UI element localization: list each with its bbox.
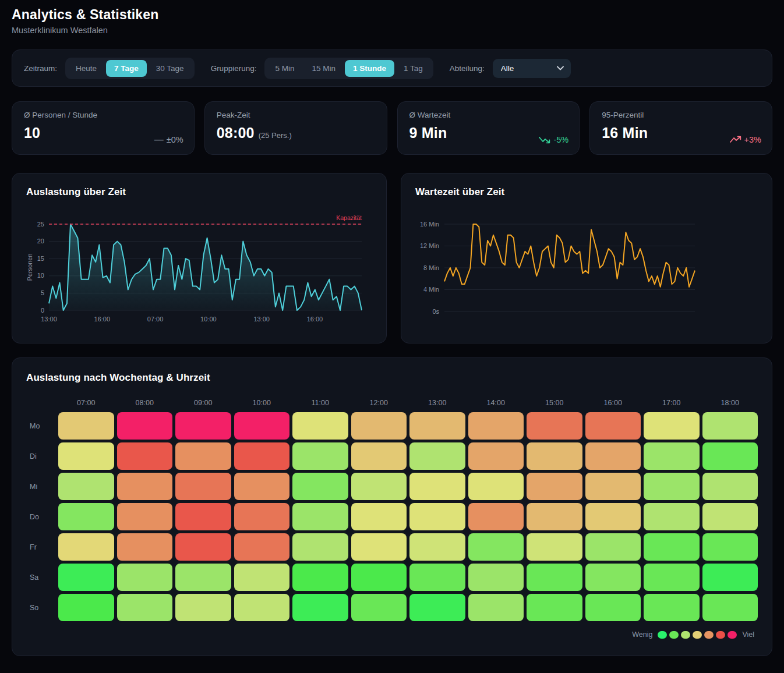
heatmap-cell[interactable] bbox=[234, 594, 290, 621]
heatmap-cell[interactable] bbox=[351, 533, 407, 561]
heatmap-cell[interactable] bbox=[409, 473, 465, 500]
heatmap-cell[interactable] bbox=[351, 412, 407, 440]
heatmap-cell[interactable] bbox=[468, 442, 524, 470]
heatmap-cell[interactable] bbox=[351, 564, 407, 591]
heatmap-cell[interactable] bbox=[175, 533, 231, 561]
gruppierung-option-5-min[interactable]: 5 Min bbox=[267, 60, 302, 77]
heatmap-cell[interactable] bbox=[117, 412, 173, 440]
heatmap-cell[interactable] bbox=[585, 564, 641, 591]
heatmap-cell[interactable] bbox=[585, 442, 641, 470]
heatmap-cell[interactable] bbox=[409, 594, 465, 621]
heatmap-cell[interactable] bbox=[117, 473, 173, 500]
heatmap-cell[interactable] bbox=[292, 412, 348, 440]
heatmap-cell[interactable] bbox=[292, 503, 348, 530]
heatmap-cell[interactable] bbox=[468, 473, 524, 500]
heatmap-cell[interactable] bbox=[58, 442, 114, 470]
heatmap-cell[interactable] bbox=[175, 442, 231, 470]
heatmap-cell[interactable] bbox=[234, 503, 290, 530]
heatmap-cell[interactable] bbox=[702, 533, 758, 561]
heatmap-cell[interactable] bbox=[585, 412, 641, 440]
heatmap-cell[interactable] bbox=[292, 564, 348, 591]
heatmap-cell[interactable] bbox=[527, 564, 582, 591]
heatmap-cell[interactable] bbox=[468, 594, 524, 621]
heatmap-cell[interactable] bbox=[468, 503, 524, 530]
zeitraum-option-7-tage[interactable]: 7 Tage bbox=[106, 60, 147, 77]
heatmap-cell[interactable] bbox=[292, 473, 348, 500]
zeitraum-option-30-tage[interactable]: 30 Tage bbox=[148, 60, 192, 77]
heatmap-cell[interactable] bbox=[644, 533, 700, 561]
gruppierung-option-1-stunde[interactable]: 1 Stunde bbox=[345, 60, 394, 77]
heatmap-cell[interactable] bbox=[117, 564, 173, 591]
heatmap-cell[interactable] bbox=[702, 442, 758, 470]
heatmap-cell[interactable] bbox=[644, 412, 700, 440]
heatmap-cell[interactable] bbox=[702, 564, 758, 591]
heatmap-cell[interactable] bbox=[117, 442, 173, 470]
heatmap-cell[interactable] bbox=[58, 473, 114, 500]
heatmap-cell[interactable] bbox=[468, 564, 524, 591]
heatmap-cell[interactable] bbox=[234, 533, 290, 561]
heatmap-cell[interactable] bbox=[234, 473, 290, 500]
heatmap-cell[interactable] bbox=[58, 594, 114, 621]
heatmap-cell[interactable] bbox=[58, 412, 114, 440]
heatmap-cell[interactable] bbox=[702, 503, 758, 530]
heatmap-cell[interactable] bbox=[117, 533, 173, 561]
zeitraum-label: Zeitraum: bbox=[24, 64, 57, 73]
heatmap-cell[interactable] bbox=[292, 533, 348, 561]
heatmap-cell[interactable] bbox=[702, 412, 758, 440]
heatmap-cell[interactable] bbox=[175, 594, 231, 621]
heatmap-cell[interactable] bbox=[292, 442, 348, 470]
heatmap-cell[interactable] bbox=[175, 503, 231, 530]
heatmap-cell[interactable] bbox=[585, 503, 641, 530]
heatmap-cell[interactable] bbox=[175, 412, 231, 440]
heatmap-cell[interactable] bbox=[585, 533, 641, 561]
heatmap-cell[interactable] bbox=[527, 473, 582, 500]
heatmap-cell[interactable] bbox=[468, 412, 524, 440]
kpi-trend: — ±0% bbox=[154, 135, 183, 144]
zeitraum-option-heute[interactable]: Heute bbox=[68, 60, 105, 77]
svg-text:16:00: 16:00 bbox=[94, 316, 111, 323]
heatmap-cell[interactable] bbox=[117, 503, 173, 530]
heatmap-cell[interactable] bbox=[234, 564, 290, 591]
heatmap-cell[interactable] bbox=[409, 503, 465, 530]
heatmap-cell[interactable] bbox=[351, 473, 407, 500]
heatmap-cell[interactable] bbox=[527, 442, 582, 470]
heatmap-cell[interactable] bbox=[527, 594, 582, 621]
heatmap-cell[interactable] bbox=[409, 442, 465, 470]
heatmap-cell[interactable] bbox=[351, 442, 407, 470]
heatmap-cell[interactable] bbox=[292, 594, 348, 621]
heatmap-cell[interactable] bbox=[351, 594, 407, 621]
legend-label-wenig: Wenig bbox=[632, 631, 652, 639]
heatmap-cell[interactable] bbox=[527, 533, 582, 561]
heatmap-cell[interactable] bbox=[234, 412, 290, 440]
heatmap-cell[interactable] bbox=[409, 564, 465, 591]
heatmap-cell[interactable] bbox=[117, 594, 173, 621]
heatmap-cell[interactable] bbox=[585, 473, 641, 500]
heatmap-cell[interactable] bbox=[644, 564, 700, 591]
heatmap-cell[interactable] bbox=[175, 473, 231, 500]
heatmap-cell[interactable] bbox=[58, 564, 114, 591]
heatmap-cell[interactable] bbox=[644, 503, 700, 530]
heatmap-cell[interactable] bbox=[644, 594, 700, 621]
abteilung-select[interactable]: Alle bbox=[493, 59, 571, 78]
heatmap-cell[interactable] bbox=[234, 442, 290, 470]
heatmap-cell[interactable] bbox=[409, 412, 465, 440]
heatmap-cell[interactable] bbox=[644, 473, 700, 500]
heatmap-cell[interactable] bbox=[409, 533, 465, 561]
heatmap-cell[interactable] bbox=[527, 412, 582, 440]
heatmap-cell[interactable] bbox=[175, 564, 231, 591]
heatmap-cell[interactable] bbox=[527, 503, 582, 530]
heatmap-row-label: Mo bbox=[26, 412, 55, 440]
gruppierung-option-15-min[interactable]: 15 Min bbox=[303, 60, 344, 77]
heatmap-col-label: 17:00 bbox=[644, 394, 700, 409]
heatmap-cell[interactable] bbox=[351, 503, 407, 530]
heatmap-cell[interactable] bbox=[702, 473, 758, 500]
heatmap-cell[interactable] bbox=[58, 503, 114, 530]
heatmap-cell[interactable] bbox=[702, 594, 758, 621]
heatmap-cell[interactable] bbox=[58, 533, 114, 561]
heatmap-cell[interactable] bbox=[644, 442, 700, 470]
heatmap-cell[interactable] bbox=[468, 533, 524, 561]
kpi-row: Ø Personen / Stunde 10 — ±0% Peak-Zeit 0… bbox=[12, 101, 772, 155]
gruppierung-option-1-tag[interactable]: 1 Tag bbox=[395, 60, 431, 77]
heatmap-cell[interactable] bbox=[585, 594, 641, 621]
legend-dot bbox=[681, 631, 690, 639]
